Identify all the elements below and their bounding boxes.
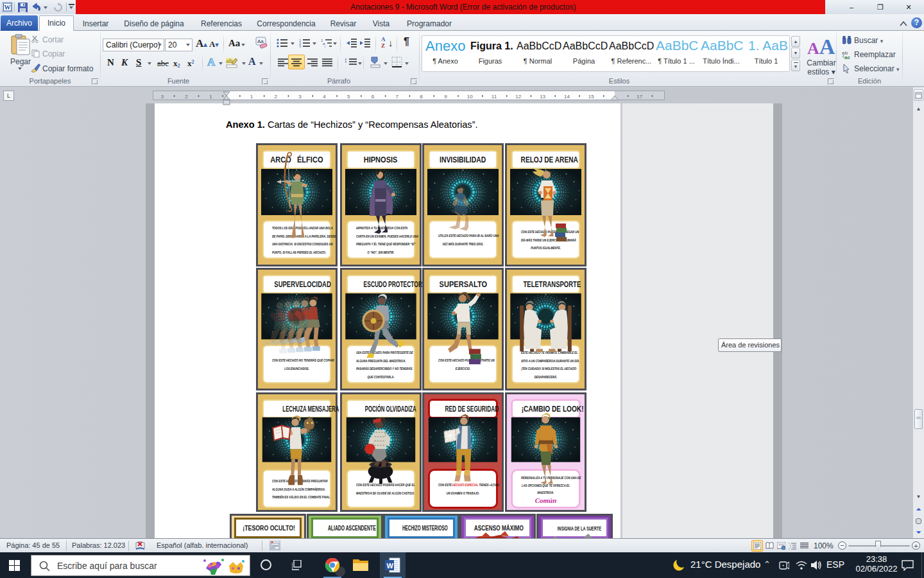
svg-text:3: 3: [299, 45, 302, 48]
svg-text:i: i: [325, 45, 325, 48]
svg-text:W: W: [387, 562, 394, 570]
svg-text:Aa: Aa: [257, 39, 264, 44]
svg-text:W: W: [4, 4, 11, 11]
svg-text:ac: ac: [844, 55, 850, 59]
